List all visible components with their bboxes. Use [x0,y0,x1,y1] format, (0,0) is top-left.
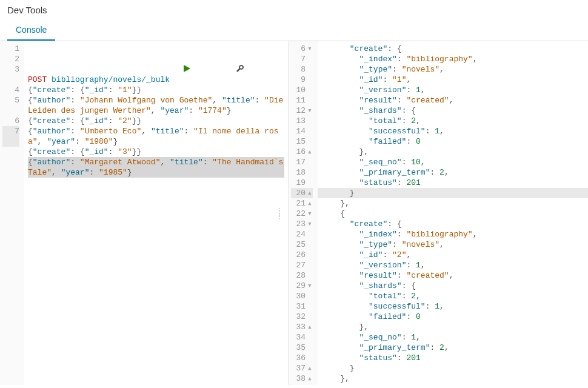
line-number: 37▴ [291,363,313,373]
line-number: 11 [291,95,313,105]
page-title: Dev Tools [0,0,588,19]
line-number: 28 [291,270,313,281]
line-number: 16▴ [291,147,313,157]
output-line[interactable]: "_version": 1, [321,85,584,95]
split-panes: 1234567 POST bibliography/novels/_bulk{"… [0,41,588,385]
line-number: 29▾ [291,281,313,291]
output-line[interactable]: }, [321,147,584,157]
output-line[interactable]: "_seq_no": 1, [321,332,584,343]
line-number: 24 [291,229,313,239]
tab-bar: Console [0,19,588,41]
output-line[interactable]: }, [321,322,584,332]
output-line[interactable]: "result": "created", [321,95,584,105]
line-number: 23▾ [291,219,313,229]
line-number: 3 [2,64,19,85]
output-line[interactable]: } [318,188,588,198]
line-number: 30 [291,291,313,301]
line-number: 18 [291,167,313,178]
line-number: 17 [291,157,313,167]
output-line[interactable]: "create": { [321,219,584,229]
editor-line[interactable]: {"author": "Margaret Atwood", "title": "… [28,157,284,178]
output-line[interactable]: "_index": "bibliography", [321,229,584,239]
output-line[interactable]: "_shards": { [321,281,584,291]
run-icon[interactable] [182,44,230,93]
editor-line[interactable]: {"create": {"_id": "2"}} [28,116,284,126]
line-number: 1 [2,44,19,54]
output-line[interactable]: "_index": "bibliography", [321,54,584,64]
output-line[interactable]: "failed": 0 [321,136,584,147]
output-line[interactable]: "_id": "1", [321,75,584,85]
line-number: 26 [291,250,313,260]
output-line[interactable]: "status": 201 [321,353,584,363]
output-line[interactable]: "_id": "2", [321,250,584,260]
output-line[interactable]: "successful": 1, [321,126,584,136]
output-line[interactable]: "result": "created", [321,270,584,281]
line-number: 31 [291,301,313,312]
line-number: 14 [291,126,313,136]
line-number: 9 [291,75,313,85]
line-number: 10 [291,85,313,95]
output-line[interactable]: "_type": "novels", [321,239,584,250]
editor-gutter: 1234567 [0,41,24,385]
editor-code[interactable]: POST bibliography/novels/_bulk{"create":… [24,41,288,385]
line-number: 22▾ [291,209,313,219]
line-number: 5 [2,95,19,116]
line-number: 13 [291,116,313,126]
response-output[interactable]: 6▾7 8 9 10 11 12▾13 14 15 16▴17 18 19 20… [289,41,588,385]
output-line[interactable]: "_version": 1, [321,260,584,270]
output-line[interactable]: }, [321,373,584,384]
output-line[interactable]: "total": 2, [321,291,584,301]
output-line[interactable]: "status": 201 [321,178,584,188]
line-number: 7 [291,54,313,64]
line-number: 27 [291,260,313,270]
line-number: 4 [2,85,19,95]
wrench-icon[interactable] [236,44,283,93]
line-number: 34 [291,332,313,343]
line-number: 6 [2,116,19,126]
line-number: 2 [2,54,19,64]
output-line[interactable]: "_seq_no": 10, [321,157,584,167]
editor-line[interactable]: {"create": {"_id": "3"}} [28,147,284,157]
line-number: 21▴ [291,198,313,209]
output-line[interactable]: "successful": 1, [321,301,584,312]
line-number: 7 [2,126,19,147]
output-line[interactable]: }, [321,198,584,209]
output-line[interactable]: "failed": 0 [321,312,584,322]
output-line[interactable]: { [321,209,584,219]
pane-resize-handle[interactable]: ⋮⋮⋮ [275,210,284,217]
line-number: 19 [291,178,313,188]
line-number: 33▴ [291,322,313,332]
svg-marker-0 [184,65,190,72]
output-line[interactable]: "_type": "novels", [321,64,584,75]
editor-actions [182,44,283,93]
output-line[interactable]: } [321,363,584,373]
output-line[interactable]: "_shards": { [321,105,584,116]
output-line[interactable]: "total": 2, [321,116,584,126]
line-number: 6▾ [291,44,313,54]
line-number: 15 [291,136,313,147]
output-line[interactable]: "create": { [321,44,584,54]
line-number: 25 [291,239,313,250]
line-number: 8 [291,64,313,75]
output-line[interactable]: "_primary_term": 2, [321,343,584,353]
editor-line[interactable]: {"author": "Johann Wolfgang von Goethe",… [28,95,284,116]
line-number: 12▾ [291,105,313,116]
line-number: 36 [291,353,313,363]
output-line[interactable]: "_primary_term": 2, [321,167,584,178]
editor-line[interactable]: {"author": "Umberto Eco", "title": "Il n… [28,126,284,147]
line-number: 38▴ [291,373,313,384]
output-code[interactable]: "create": { "_index": "bibliography", "_… [318,41,588,385]
tab-console[interactable]: Console [7,19,55,41]
request-editor[interactable]: 1234567 POST bibliography/novels/_bulk{"… [0,41,289,385]
line-number: 35 [291,343,313,353]
line-number: 32 [291,312,313,322]
output-gutter: 6▾7 8 9 10 11 12▾13 14 15 16▴17 18 19 20… [289,41,318,385]
line-number: 20▴ [291,188,313,198]
